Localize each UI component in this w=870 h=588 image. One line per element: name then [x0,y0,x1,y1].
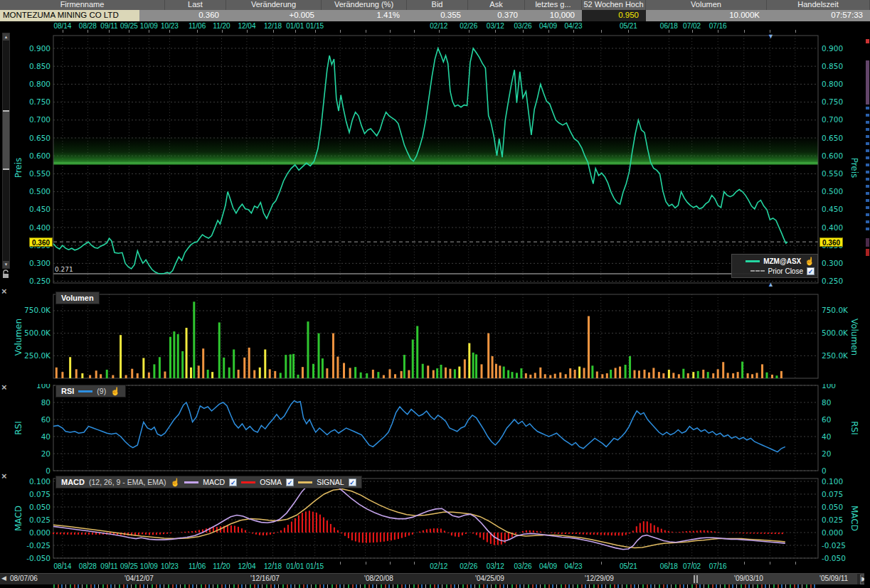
y-axis-label: 250.0K [24,351,51,360]
date-tick-label: 10/09 [140,22,158,30]
osma-checkbox[interactable]: ✓ [286,479,294,486]
hand-cursor-icon[interactable]: ☝ [110,387,120,395]
price-vertical-scrollbar[interactable]: ▲ ▼ [2,33,10,269]
close-rsi-pane-button[interactable]: × [1,383,11,392]
range-date-label[interactable]: '12/16/07 [250,574,280,582]
macd-checkbox[interactable]: ✓ [229,479,237,486]
trading-app-window: FirmennameLastVeränderungVeränderung (%)… [0,0,870,588]
quote-column-label: letztes g... [525,0,582,10]
y-axis-label: 0.400 [29,223,51,232]
date-tick-label: 07/02 [683,22,701,30]
y-axis-label: 0.800 [29,80,51,88]
y-axis-label: 0 [46,466,51,475]
y-axis-label: 0.075 [29,490,51,498]
axis-title: MACD [849,506,859,531]
quote-value-ver-nderung: +0.005 [226,10,322,21]
rsi-pane-title: RSI [61,387,74,395]
right-strip-marker[interactable] [866,39,869,43]
signal-checkbox[interactable]: ✓ [349,479,356,486]
pane-collapse-handle-bottom[interactable]: ▲ [768,282,774,287]
y-axis-label: 80 [822,398,831,407]
hand-cursor-icon[interactable]: ☝ [805,257,815,264]
range-date-label[interactable]: '08/20/08 [364,574,393,582]
date-tick-label: 03/26 [514,22,532,30]
y-axis-label: 0.850 [822,62,843,70]
right-strip-purple-bar[interactable] [866,60,869,105]
y-axis-label: 750.0K [822,306,849,314]
pane-collapse-handle-top[interactable]: ▼ [768,33,774,39]
timeline-scrollbar[interactable]: ◀ ▶ 08/07/06'04/12/07'12/16/07'08/20/08'… [0,573,870,584]
quote-value-letztes-g-: 10,000 [525,10,582,21]
signal-line-swatch [298,481,312,483]
date-tick-label: 09/11 [100,22,117,30]
rsi-line-swatch [78,390,92,392]
date-tick-label: 03/12 [487,22,504,30]
osma-line-swatch [241,481,255,483]
y-axis-label: 0.800 [822,80,843,88]
y-axis-label: 0.000 [822,528,843,537]
quote-value-last: 0.360 [165,10,226,21]
quote-value-firmenname: MONTEZUMA MINING CO LTD [0,10,165,21]
y-axis-label: -0.025 [26,541,51,550]
y-axis-label: 250.0K [822,351,849,360]
right-strip-red[interactable] [866,249,869,256]
price-legend[interactable]: MZM@ASX ☝ Prior Close ✓ [731,254,818,278]
macd-pane-chip[interactable]: MACD (12, 26, 9 - EMA, EMA) ☝ MACD ✓ OSM… [55,476,362,488]
y-axis-label: 0.075 [822,490,843,498]
prior-close-checkbox[interactable]: ✓ [807,267,815,275]
y-axis-label: -0.025 [822,541,846,550]
y-axis-label: 0.250 [822,277,843,285]
axis-lock-icon[interactable] [1,269,10,279]
close-volume-pane-button[interactable]: × [1,287,11,296]
range-date-label[interactable]: '09/03/10 [734,574,763,582]
price-chart: 0.2710.9000.9000.8500.8500.8000.8000.750… [0,33,870,290]
y-axis-label: 0 [822,466,827,475]
quote-value-52-wochen-hoch: 0.950 [582,10,646,21]
date-tick-label: 02/26 [460,22,477,30]
axis-title: Volumen [14,319,23,356]
quote-value-ver-nderung-: 1.41% [322,10,407,21]
axis-title: RSI [14,421,23,435]
rsi-pane-chip[interactable]: RSI (9) ☝ [55,385,126,397]
axis-title: MACD [14,506,23,531]
y-axis-label: 40 [41,432,51,441]
quote-column-label: Firmenname [0,0,165,10]
scroll-up-button[interactable]: ▲ [3,33,9,41]
hand-cursor-icon[interactable]: ☝ [171,479,181,486]
y-axis-label: 0.700 [822,115,843,124]
rsi-param: (9) [97,387,106,395]
y-axis-label: 500.0K [822,328,849,337]
quote-column-label: Handelszeit [767,0,870,10]
quote-header-row: FirmennameLastVeränderungVeränderung (%)… [0,0,870,10]
range-date-label[interactable]: '12/29/09 [585,574,614,582]
close-macd-pane-button[interactable]: × [1,472,11,481]
quote-column-label: Volumen [646,0,767,10]
y-axis-label: 0.025 [822,515,843,524]
scroll-down-button[interactable]: ▼ [3,261,9,268]
y-axis-label: 0.500 [822,187,843,196]
range-date-label[interactable]: '04/12/07 [124,574,154,582]
macd-pane-title: MACD [61,478,85,486]
osma-legend-label: OSMA [260,478,282,486]
range-date-label[interactable]: '04/25/09 [475,574,504,582]
date-tick-label: 06/18 [660,22,678,30]
quote-column-label: 52 Wochen Hoch [582,0,646,10]
range-date-label[interactable]: '05/09/11 [819,574,848,582]
y-axis-label: 0.300 [822,259,843,267]
date-tick-label: 11/20 [213,22,230,30]
right-strip-blue-dashes[interactable] [866,107,869,235]
y-axis-label: 0.700 [29,115,51,124]
quote-column-label: Veränderung [226,0,322,10]
macd-line-swatch [184,481,198,483]
right-strip-maroon[interactable] [866,238,869,247]
timeline-prev-button[interactable]: ◀ [1,574,6,582]
volume-pane-chip[interactable]: Volumen [55,292,100,304]
date-tick-label: 02/12 [430,22,447,30]
y-axis-label: 0.900 [29,44,51,53]
y-axis-label: 0.050 [822,503,843,511]
series-line-swatch [746,260,760,262]
range-date-label[interactable]: 08/07/06 [10,574,38,582]
scroll-thumb[interactable] [3,110,9,170]
date-tick-label: 04/23 [564,22,582,30]
timeline-thumb-grip[interactable] [694,575,698,583]
